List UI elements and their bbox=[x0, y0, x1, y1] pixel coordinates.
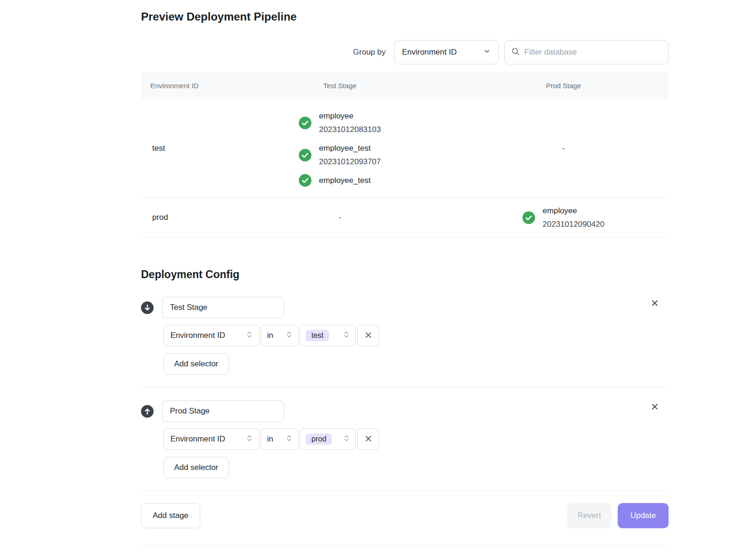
search-icon bbox=[511, 47, 520, 57]
test-stage-cell: - bbox=[221, 198, 458, 237]
arrow-down-circle-icon bbox=[141, 301, 154, 314]
check-circle-icon bbox=[299, 149, 311, 161]
selector-row: Environment ID in test bbox=[163, 325, 669, 346]
up-down-chevrons-icon bbox=[286, 330, 292, 341]
selector-key-select[interactable]: Environment ID bbox=[163, 325, 260, 346]
selector-key-select[interactable]: Environment ID bbox=[163, 428, 260, 450]
deployed-item: employee_test 20231012093707 bbox=[299, 141, 381, 168]
deployment-name: employee_test bbox=[319, 141, 381, 155]
close-icon bbox=[364, 434, 373, 444]
stage-config-test: Environment ID in test bbox=[141, 297, 669, 387]
column-header-prod-stage: Prod Stage bbox=[458, 82, 669, 90]
stage-config-prod: Environment ID in prod bbox=[141, 387, 669, 491]
close-icon bbox=[650, 402, 659, 413]
add-selector-button[interactable]: Add selector bbox=[163, 353, 229, 375]
add-stage-button[interactable]: Add stage bbox=[141, 503, 200, 528]
environment-id-cell: prod bbox=[141, 198, 221, 237]
check-circle-icon bbox=[299, 117, 311, 129]
close-icon bbox=[364, 331, 373, 341]
up-down-chevrons-icon bbox=[343, 330, 350, 341]
check-circle-icon bbox=[522, 211, 535, 224]
selector-value-select[interactable]: prod bbox=[300, 428, 356, 450]
empty-placeholder: - bbox=[338, 213, 341, 222]
up-down-chevrons-icon bbox=[246, 330, 253, 341]
group-by-selected-value: Environment ID bbox=[402, 48, 457, 57]
deployment-name: employee bbox=[319, 109, 381, 123]
environment-id-cell: test bbox=[141, 99, 221, 197]
actions-right: Revert Update bbox=[567, 503, 669, 528]
up-down-chevrons-icon bbox=[246, 434, 253, 445]
stage-name-input[interactable] bbox=[162, 297, 284, 318]
group-by-label: Group by bbox=[353, 48, 386, 57]
pipeline-table: Environment ID Test Stage Prod Stage tes… bbox=[141, 72, 669, 238]
deployment-config-heading: Deployment Config bbox=[141, 268, 669, 281]
filter-database-input[interactable] bbox=[524, 48, 662, 57]
main-content: Preview Deployment Pipeline Group by Env… bbox=[141, 0, 669, 546]
add-selector-button[interactable]: Add selector bbox=[163, 457, 229, 478]
selector-operator-value: in bbox=[267, 434, 273, 444]
selector-operator-select[interactable]: in bbox=[261, 325, 298, 346]
deployed-item: employee_test bbox=[299, 174, 381, 187]
deployment-version: 20231012090420 bbox=[543, 217, 604, 231]
deployment-version: 20231012093707 bbox=[319, 155, 381, 168]
table-row: test employee 20231012083103 bbox=[141, 99, 669, 198]
table-row: prod - employee 20231012090420 bbox=[141, 198, 669, 238]
actions-bar: Add stage Revert Update bbox=[141, 503, 669, 528]
bottom-divider bbox=[141, 545, 669, 546]
deployed-item: employee 20231012090420 bbox=[522, 204, 604, 231]
remove-selector-button[interactable] bbox=[357, 325, 379, 346]
group-by-select[interactable]: Environment ID bbox=[394, 40, 499, 64]
remove-selector-button[interactable] bbox=[357, 428, 379, 450]
update-button[interactable]: Update bbox=[618, 503, 669, 528]
column-header-environment-id: Environment ID bbox=[141, 82, 221, 90]
stage-header bbox=[141, 400, 669, 422]
arrow-up-circle-icon bbox=[141, 405, 154, 418]
revert-button[interactable]: Revert bbox=[567, 503, 612, 528]
stage-header bbox=[141, 297, 669, 318]
deployment-name: employee bbox=[543, 204, 604, 217]
close-icon bbox=[650, 299, 659, 309]
prod-stage-cell: employee 20231012090420 bbox=[458, 198, 669, 237]
prod-stage-cell: - bbox=[458, 99, 669, 197]
empty-placeholder: - bbox=[562, 144, 565, 153]
up-down-chevrons-icon bbox=[343, 434, 350, 445]
selector-key-value: Environment ID bbox=[170, 434, 225, 444]
column-header-test-stage: Test Stage bbox=[221, 82, 458, 90]
filter-database-box bbox=[504, 40, 669, 64]
selector-value-badge: prod bbox=[306, 434, 332, 445]
selector-value-select[interactable]: test bbox=[300, 325, 356, 346]
selector-value-badge: test bbox=[306, 330, 329, 341]
table-header: Environment ID Test Stage Prod Stage bbox=[141, 72, 669, 99]
toolbar: Group by Environment ID bbox=[141, 40, 669, 64]
page-title: Preview Deployment Pipeline bbox=[141, 10, 669, 23]
selector-key-value: Environment ID bbox=[170, 331, 225, 340]
deployment-name: employee_test bbox=[319, 174, 371, 187]
remove-stage-button[interactable] bbox=[648, 400, 661, 414]
remove-stage-button[interactable] bbox=[648, 297, 661, 311]
test-stage-cell: employee 20231012083103 employee_test 20… bbox=[221, 99, 458, 197]
selector-operator-select[interactable]: in bbox=[261, 428, 298, 450]
selector-operator-value: in bbox=[267, 331, 273, 340]
chevron-down-icon bbox=[483, 48, 491, 57]
deployment-version: 20231012083103 bbox=[319, 123, 381, 136]
deployed-item: employee 20231012083103 bbox=[299, 109, 381, 136]
up-down-chevrons-icon bbox=[286, 434, 292, 445]
stage-name-input[interactable] bbox=[162, 400, 284, 422]
selector-row: Environment ID in prod bbox=[163, 428, 669, 450]
check-circle-icon bbox=[299, 174, 311, 187]
